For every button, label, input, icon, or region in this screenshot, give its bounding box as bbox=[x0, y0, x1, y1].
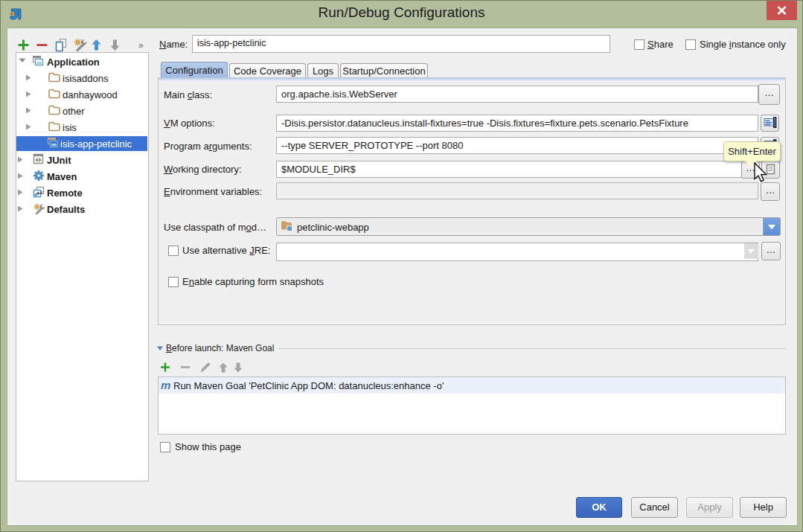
svg-text:»: » bbox=[138, 40, 144, 51]
